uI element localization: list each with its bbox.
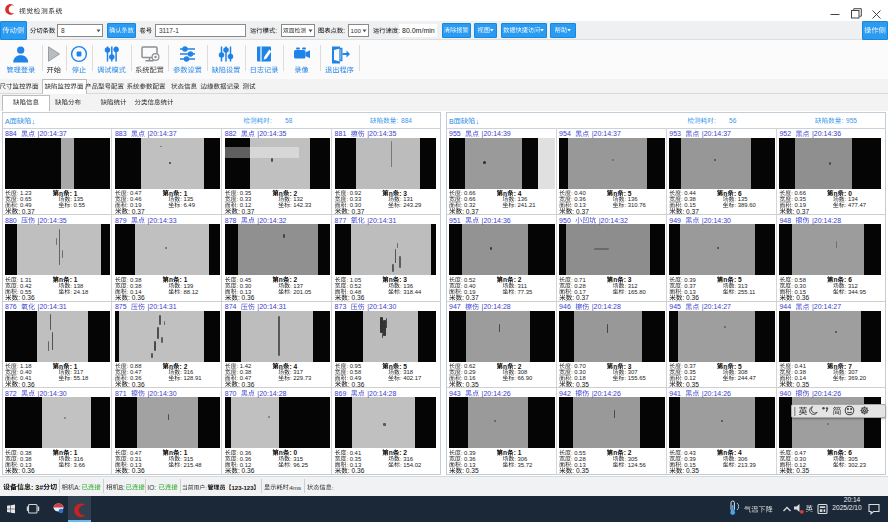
- svg-text:|20:14:30: |20:14:30: [148, 390, 177, 398]
- svg-text:|20:14:37: |20:14:37: [702, 130, 731, 138]
- svg-text:n: n: [503, 449, 507, 456]
- svg-text:: 0.36: : 0.36: [348, 467, 365, 474]
- svg-text:949: 949: [669, 217, 681, 224]
- svg-text:n: n: [503, 276, 507, 283]
- svg-text:n: n: [833, 449, 837, 456]
- svg-text:: 310.76: : 310.76: [624, 202, 646, 208]
- svg-text:n: n: [613, 363, 617, 370]
- svg-text:n: n: [389, 449, 393, 456]
- svg-text:: 0.36: : 0.36: [238, 467, 255, 474]
- svg-text:n: n: [833, 276, 837, 283]
- svg-text:n: n: [279, 276, 283, 283]
- svg-text:880: 880: [5, 217, 17, 224]
- svg-text:: 155.65: : 155.65: [624, 375, 646, 381]
- svg-text:: 0.37: : 0.37: [462, 208, 479, 215]
- svg-text:|20:14:31: |20:14:31: [148, 303, 177, 311]
- svg-text:A:: A:: [74, 484, 80, 491]
- svg-text:953: 953: [669, 130, 681, 137]
- svg-text:942: 942: [559, 390, 571, 397]
- svg-text:|20:14:35: |20:14:35: [367, 130, 396, 138]
- svg-text:|20:14:37: |20:14:37: [148, 130, 177, 138]
- svg-text:: 0.35: : 0.35: [793, 381, 810, 388]
- svg-text:871: 871: [115, 390, 127, 397]
- svg-text:n: n: [613, 449, 617, 456]
- svg-text:|20:14:26: |20:14:26: [812, 390, 841, 398]
- svg-text:: 215.48: : 215.48: [180, 462, 202, 468]
- svg-text:n: n: [723, 449, 727, 456]
- svg-text:: 128.91: : 128.91: [180, 375, 201, 381]
- svg-text:n: n: [169, 276, 173, 283]
- svg-text:n: n: [503, 190, 507, 197]
- svg-text:|20:14:26: |20:14:26: [592, 390, 621, 398]
- svg-text:878: 878: [225, 217, 237, 224]
- svg-text:870: 870: [225, 390, 237, 397]
- svg-text:: 0.37: : 0.37: [793, 208, 810, 215]
- svg-text::: :: [205, 485, 207, 491]
- svg-text:: 35.72: : 35.72: [514, 462, 532, 468]
- svg-text:|20:14:28: |20:14:28: [592, 303, 621, 311]
- svg-text:: 77.35: : 77.35: [514, 289, 533, 295]
- svg-text::: :: [270, 117, 272, 124]
- svg-text:20:14: 20:14: [844, 496, 861, 503]
- svg-text:↓: ↓: [475, 117, 479, 126]
- svg-text:3117-1: 3117-1: [159, 27, 179, 34]
- svg-text:947: 947: [449, 303, 461, 310]
- svg-text:: 0.36: : 0.36: [348, 381, 365, 388]
- svg-text:941: 941: [669, 390, 681, 397]
- svg-text:955: 955: [449, 130, 461, 137]
- svg-text:|20:14:36: |20:14:36: [482, 217, 511, 225]
- svg-text:: 142.33: : 142.33: [290, 202, 312, 208]
- svg-text:950: 950: [559, 217, 571, 224]
- svg-text:n: n: [59, 276, 63, 283]
- svg-text:: 302.23: : 302.23: [845, 462, 867, 468]
- svg-text:946: 946: [559, 303, 571, 310]
- svg-text:2025/2/10: 2025/2/10: [832, 504, 862, 511]
- svg-text:n: n: [169, 363, 173, 370]
- svg-text::: :: [841, 117, 843, 124]
- svg-text:: 0.37: : 0.37: [18, 208, 35, 215]
- svg-text:|20:14:30: |20:14:30: [702, 217, 731, 225]
- svg-text:: 477.47: : 477.47: [845, 202, 866, 208]
- svg-text::: :: [396, 117, 398, 124]
- svg-text:883: 883: [115, 130, 127, 137]
- svg-text:: 0.36: : 0.36: [18, 381, 35, 388]
- svg-text:|20:14:27: |20:14:27: [702, 303, 731, 311]
- svg-text:n: n: [833, 190, 837, 197]
- svg-text:875: 875: [115, 303, 127, 310]
- svg-text:: 0.37: : 0.37: [682, 208, 699, 215]
- svg-text:: 0.36: : 0.36: [348, 294, 365, 301]
- svg-text:: 0.37: : 0.37: [348, 208, 365, 215]
- svg-text:: 0.35: : 0.35: [462, 381, 479, 388]
- svg-text:n: n: [613, 190, 617, 197]
- svg-text:: 0.55: : 0.55: [70, 202, 85, 208]
- svg-text:|20:14:27: |20:14:27: [812, 303, 841, 311]
- svg-text:: 124.56: : 124.56: [624, 462, 646, 468]
- svg-text:|20:14:37: |20:14:37: [38, 130, 67, 138]
- svg-text:n: n: [59, 449, 63, 456]
- svg-text:940: 940: [779, 390, 791, 397]
- svg-text:876: 876: [5, 303, 17, 310]
- svg-text:4ms: 4ms: [290, 484, 302, 491]
- svg-text:: 344.95: : 344.95: [845, 289, 867, 295]
- svg-text:869: 869: [335, 390, 347, 397]
- svg-text:: 0.36: : 0.36: [128, 381, 145, 388]
- svg-text:: 0.35: : 0.35: [793, 467, 810, 474]
- svg-text:: 66.90: : 66.90: [514, 375, 533, 381]
- svg-text:|20:14:28: |20:14:28: [812, 217, 841, 225]
- svg-text:: 229.73: : 229.73: [290, 375, 312, 381]
- svg-text:123-123: 123-123: [232, 485, 255, 491]
- svg-text:: 0.35: : 0.35: [682, 381, 699, 388]
- svg-text:|20:14:35: |20:14:35: [257, 130, 286, 138]
- svg-text:|20:14:35: |20:14:35: [38, 217, 67, 225]
- svg-text:: 24.18: : 24.18: [70, 289, 89, 295]
- svg-text:: 318.44: : 318.44: [400, 289, 422, 295]
- svg-text:|20:14:32: |20:14:32: [599, 217, 628, 225]
- svg-text:: 243.29: : 243.29: [400, 202, 421, 208]
- svg-text:|20:14:31: |20:14:31: [257, 303, 286, 311]
- svg-text:: 0.35: : 0.35: [462, 467, 479, 474]
- svg-text:n: n: [279, 363, 283, 370]
- svg-text:952: 952: [779, 130, 791, 137]
- svg-text:: 0.36: : 0.36: [18, 294, 35, 301]
- svg-text:|20:14:30: |20:14:30: [367, 303, 396, 311]
- svg-text:: 165.80: : 165.80: [624, 289, 646, 295]
